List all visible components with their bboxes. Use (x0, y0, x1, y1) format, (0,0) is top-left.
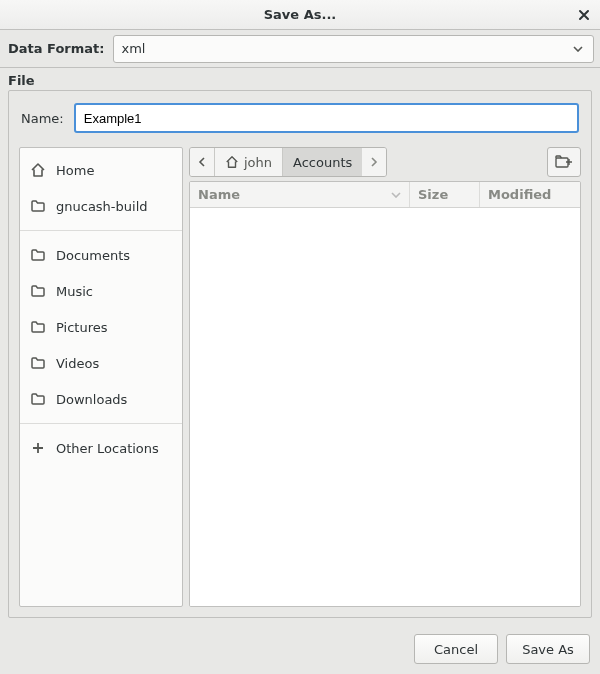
cancel-button[interactable]: Cancel (414, 634, 498, 664)
new-folder-button[interactable] (547, 147, 581, 177)
separator (20, 423, 182, 424)
path-forward-button[interactable] (362, 148, 386, 176)
sidebar-item-music[interactable]: Music (20, 273, 182, 309)
folder-icon (30, 198, 46, 214)
sidebar-item-videos[interactable]: Videos (20, 345, 182, 381)
chevron-down-icon (573, 46, 583, 52)
file-section-label: File (0, 68, 600, 90)
folder-icon (30, 319, 46, 335)
sidebar-item-label: Documents (56, 248, 130, 263)
folder-icon (30, 283, 46, 299)
sidebar-item-label: Other Locations (56, 441, 159, 456)
dialog-footer: Cancel Save As (0, 626, 600, 674)
path-segment-accounts[interactable]: Accounts (283, 148, 362, 176)
path-row: johnAccounts (189, 147, 581, 177)
sidebar-item-label: gnucash-build (56, 199, 148, 214)
path-bar: johnAccounts (189, 147, 387, 177)
name-label: Name: (21, 111, 64, 126)
path-segment-label: Accounts (293, 155, 352, 170)
sidebar-item-label: Videos (56, 356, 99, 371)
sidebar-item-label: Downloads (56, 392, 127, 407)
file-frame: Name: Homegnucash-build DocumentsMusicPi… (8, 90, 592, 618)
sidebar-item-downloads[interactable]: Downloads (20, 381, 182, 417)
plus-icon (30, 440, 46, 456)
save-as-button[interactable]: Save As (506, 634, 590, 664)
sidebar-item-other-locations[interactable]: Other Locations (20, 430, 182, 466)
list-header: Name Size Modified (190, 182, 580, 208)
separator (20, 230, 182, 231)
name-row: Name: (19, 103, 581, 133)
home-icon (30, 162, 46, 178)
window-title: Save As... (264, 7, 337, 22)
sidebar-item-label: Music (56, 284, 93, 299)
column-size[interactable]: Size (410, 182, 480, 207)
list-body[interactable] (190, 208, 580, 606)
sidebar-item-home[interactable]: Home (20, 152, 182, 188)
data-format-value: xml (122, 41, 146, 56)
sidebar-item-pictures[interactable]: Pictures (20, 309, 182, 345)
sidebar-item-documents[interactable]: Documents (20, 237, 182, 273)
data-format-label: Data Format: (6, 41, 105, 56)
path-segment-john[interactable]: john (215, 148, 283, 176)
filename-input[interactable] (74, 103, 579, 133)
home-icon (225, 155, 239, 169)
folder-icon (30, 391, 46, 407)
folder-icon (30, 247, 46, 263)
sidebar-item-label: Pictures (56, 320, 107, 335)
titlebar: Save As... (0, 0, 600, 30)
path-segment-label: john (244, 155, 272, 170)
data-format-combo[interactable]: xml (113, 35, 594, 63)
sort-descending-icon (391, 192, 401, 198)
data-format-row: Data Format: xml (0, 30, 600, 68)
column-modified[interactable]: Modified (480, 182, 580, 207)
sidebar-item-label: Home (56, 163, 94, 178)
folder-icon (30, 355, 46, 371)
close-icon[interactable] (578, 0, 590, 30)
path-back-button[interactable] (190, 148, 215, 176)
column-name[interactable]: Name (190, 182, 410, 207)
places-sidebar: Homegnucash-build DocumentsMusicPictures… (19, 147, 183, 607)
sidebar-item-gnucash-build[interactable]: gnucash-build (20, 188, 182, 224)
file-list: Name Size Modified (189, 181, 581, 607)
